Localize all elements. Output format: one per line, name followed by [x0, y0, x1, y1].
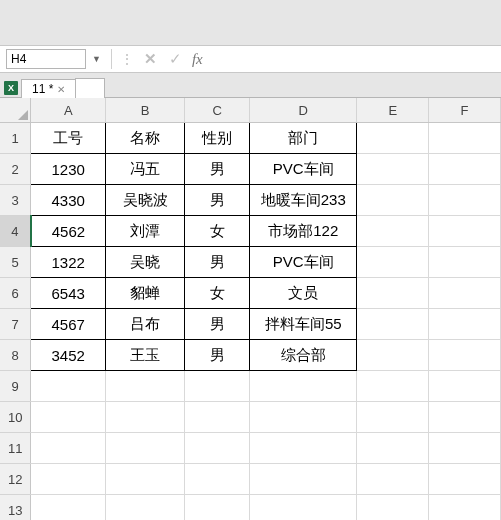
cell-c11[interactable] — [185, 433, 250, 464]
cell-e12[interactable] — [357, 464, 429, 495]
cell-d2[interactable]: PVC车间 — [250, 154, 357, 185]
cell-d13[interactable] — [250, 495, 357, 521]
cell-d4[interactable]: 市场部122 — [250, 216, 357, 247]
cell-b5[interactable]: 吴晓 — [106, 247, 185, 278]
cell-b11[interactable] — [106, 433, 185, 464]
cell-b8[interactable]: 王玉 — [106, 340, 185, 371]
row-header-7[interactable]: 7 — [0, 309, 31, 340]
cell-c1[interactable]: 性别 — [185, 123, 250, 154]
cell-f6[interactable] — [429, 278, 501, 309]
cell-f3[interactable] — [429, 185, 501, 216]
cell-a6[interactable]: 6543 — [31, 278, 106, 309]
col-header-b[interactable]: B — [106, 98, 185, 123]
cell-f2[interactable] — [429, 154, 501, 185]
cell-f9[interactable] — [429, 371, 501, 402]
cell-e7[interactable] — [357, 309, 429, 340]
cell-b13[interactable] — [106, 495, 185, 521]
row-header-13[interactable]: 13 — [0, 495, 31, 521]
cell-b2[interactable]: 冯五 — [106, 154, 185, 185]
cell-d1[interactable]: 部门 — [250, 123, 357, 154]
workbook-tab-active[interactable]: 11 * ✕ — [21, 79, 76, 98]
cell-e5[interactable] — [357, 247, 429, 278]
select-all-corner[interactable] — [0, 98, 31, 123]
cell-c13[interactable] — [185, 495, 250, 521]
cell-c10[interactable] — [185, 402, 250, 433]
cell-c3[interactable]: 男 — [185, 185, 250, 216]
cell-b7[interactable]: 吕布 — [106, 309, 185, 340]
cell-f1[interactable] — [429, 123, 501, 154]
formula-input[interactable] — [203, 48, 501, 70]
cell-e9[interactable] — [357, 371, 429, 402]
cell-c6[interactable]: 女 — [185, 278, 250, 309]
cell-e13[interactable] — [357, 495, 429, 521]
cell-a13[interactable] — [31, 495, 106, 521]
cell-e1[interactable] — [357, 123, 429, 154]
cell-f5[interactable] — [429, 247, 501, 278]
row-header-4[interactable]: 4 — [0, 216, 31, 247]
cell-c12[interactable] — [185, 464, 250, 495]
row-header-8[interactable]: 8 — [0, 340, 31, 371]
cell-d8[interactable]: 综合部 — [250, 340, 357, 371]
row-header-5[interactable]: 5 — [0, 247, 31, 278]
cell-c9[interactable] — [185, 371, 250, 402]
cell-b6[interactable]: 貂蝉 — [106, 278, 185, 309]
workbook-tab-blank[interactable] — [75, 78, 105, 98]
name-box[interactable] — [6, 49, 86, 69]
col-header-e[interactable]: E — [357, 98, 429, 123]
row-header-10[interactable]: 10 — [0, 402, 31, 433]
cell-b9[interactable] — [106, 371, 185, 402]
cell-a2[interactable]: 1230 — [31, 154, 106, 185]
close-icon[interactable]: ✕ — [57, 84, 65, 95]
cell-e8[interactable] — [357, 340, 429, 371]
cell-a11[interactable] — [31, 433, 106, 464]
cell-b12[interactable] — [106, 464, 185, 495]
cell-c7[interactable]: 男 — [185, 309, 250, 340]
cell-d6[interactable]: 文员 — [250, 278, 357, 309]
row-header-12[interactable]: 12 — [0, 464, 31, 495]
row-header-1[interactable]: 1 — [0, 123, 31, 154]
cell-e3[interactable] — [357, 185, 429, 216]
cell-a9[interactable] — [31, 371, 106, 402]
cell-c8[interactable]: 男 — [185, 340, 250, 371]
cell-d10[interactable] — [250, 402, 357, 433]
name-box-dropdown-icon[interactable]: ▼ — [86, 54, 107, 64]
cell-f8[interactable] — [429, 340, 501, 371]
cell-a4[interactable]: 4562 — [31, 216, 106, 247]
cell-a12[interactable] — [31, 464, 106, 495]
cell-d3[interactable]: 地暖车间233 — [250, 185, 357, 216]
cell-a10[interactable] — [31, 402, 106, 433]
cell-a1[interactable]: 工号 — [31, 123, 106, 154]
spreadsheet-grid[interactable]: A B C D E F 1 工号 名称 性别 部门 2 1230 冯五 男 — [0, 98, 501, 520]
cell-c5[interactable]: 男 — [185, 247, 250, 278]
cell-f4[interactable] — [429, 216, 501, 247]
cell-a7[interactable]: 4567 — [31, 309, 106, 340]
cell-d5[interactable]: PVC车间 — [250, 247, 357, 278]
cell-b4[interactable]: 刘潭 — [106, 216, 185, 247]
row-header-6[interactable]: 6 — [0, 278, 31, 309]
fx-icon[interactable]: fx — [188, 51, 203, 68]
enter-icon[interactable]: ✓ — [163, 50, 188, 68]
cell-f13[interactable] — [429, 495, 501, 521]
cell-e4[interactable] — [357, 216, 429, 247]
cell-a5[interactable]: 1322 — [31, 247, 106, 278]
cell-e2[interactable] — [357, 154, 429, 185]
cell-f11[interactable] — [429, 433, 501, 464]
row-header-11[interactable]: 11 — [0, 433, 31, 464]
cell-f12[interactable] — [429, 464, 501, 495]
cell-a8[interactable]: 3452 — [31, 340, 106, 371]
row-header-2[interactable]: 2 — [0, 154, 31, 185]
cell-d9[interactable] — [250, 371, 357, 402]
row-header-3[interactable]: 3 — [0, 185, 31, 216]
cell-f7[interactable] — [429, 309, 501, 340]
col-header-c[interactable]: C — [185, 98, 250, 123]
cell-d7[interactable]: 拌料车间55 — [250, 309, 357, 340]
cell-b10[interactable] — [106, 402, 185, 433]
cell-c2[interactable]: 男 — [185, 154, 250, 185]
cell-b1[interactable]: 名称 — [106, 123, 185, 154]
col-header-f[interactable]: F — [429, 98, 501, 123]
cell-b3[interactable]: 吴晓波 — [106, 185, 185, 216]
cell-d12[interactable] — [250, 464, 357, 495]
cell-d11[interactable] — [250, 433, 357, 464]
col-header-a[interactable]: A — [31, 98, 106, 123]
row-header-9[interactable]: 9 — [0, 371, 31, 402]
